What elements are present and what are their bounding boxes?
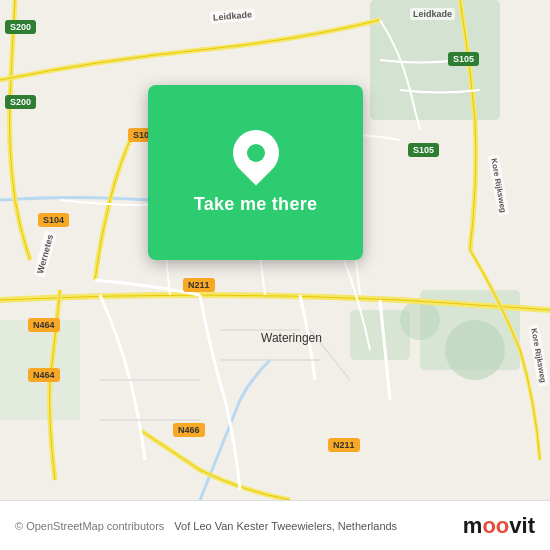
- footer: © OpenStreetMap contributors Vof Leo Van…: [0, 500, 550, 550]
- shield-s105-1: S105: [448, 52, 479, 66]
- location-pin: [231, 130, 281, 180]
- shield-n464-1: N464: [28, 318, 60, 332]
- shield-s104-2: S104: [38, 213, 69, 227]
- moovit-logo-text: moovit: [463, 513, 535, 539]
- location-card[interactable]: Take me there: [148, 85, 363, 260]
- svg-point-6: [400, 300, 440, 340]
- shield-n464-2: N464: [28, 368, 60, 382]
- footer-logo: moovit: [463, 513, 535, 539]
- shield-s105-2: S105: [408, 143, 439, 157]
- place-label-wateringen: Wateringen: [258, 330, 325, 346]
- road-label-top-right: Leidkade: [410, 8, 455, 20]
- svg-point-5: [445, 320, 505, 380]
- shield-s200-1: S200: [5, 20, 36, 34]
- shield-n211-1: N211: [183, 278, 215, 292]
- place-footer-label: Vof Leo Van Kester Tweewielers, Netherla…: [174, 520, 397, 532]
- footer-left: © OpenStreetMap contributors Vof Leo Van…: [15, 520, 397, 532]
- copyright-text: © OpenStreetMap contributors: [15, 520, 164, 532]
- shield-s200-2: S200: [5, 95, 36, 109]
- pin-inner: [247, 144, 265, 162]
- shield-n211-2: N211: [328, 438, 360, 452]
- shield-n466: N466: [173, 423, 205, 437]
- take-me-there-button[interactable]: Take me there: [194, 194, 318, 215]
- map-container: S200 S200 S104 S104 S105 S105 N211 N211 …: [0, 0, 550, 500]
